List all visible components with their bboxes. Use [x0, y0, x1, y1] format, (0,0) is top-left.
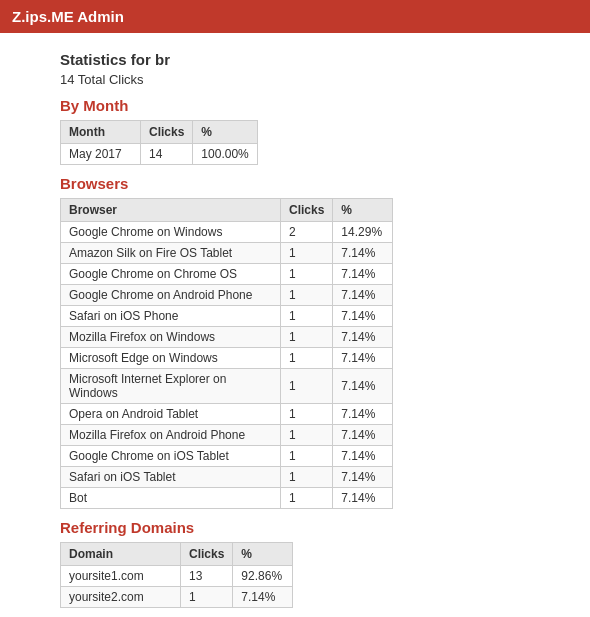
browsers-tbody: Google Chrome on Windows 2 14.29% Amazon… [61, 222, 393, 509]
browser-cell: Microsoft Internet Explorer on Windows [61, 369, 281, 404]
pct-cell: 100.00% [193, 144, 257, 165]
browser-clicks-col-header: Clicks [281, 199, 333, 222]
browser-pct-col-header: % [333, 199, 393, 222]
clicks-col-header: Clicks [141, 121, 193, 144]
clicks-cell: 13 [181, 566, 233, 587]
domain-col-header: Domain [61, 543, 181, 566]
app-title: Z.ips.ME Admin [12, 8, 124, 25]
stats-label: Statistics for [60, 51, 151, 68]
clicks-cell: 1 [281, 446, 333, 467]
table-row: Opera on Android Tablet 1 7.14% [61, 404, 393, 425]
pct-cell: 7.14% [333, 348, 393, 369]
table-row: Google Chrome on Android Phone 1 7.14% [61, 285, 393, 306]
browsers-heading: Browsers [60, 175, 570, 192]
pct-cell: 14.29% [333, 222, 393, 243]
month-col-header: Month [61, 121, 141, 144]
table-row: yoursite2.com 1 7.14% [61, 587, 293, 608]
table-row: Amazon Silk on Fire OS Tablet 1 7.14% [61, 243, 393, 264]
table-row: Google Chrome on iOS Tablet 1 7.14% [61, 446, 393, 467]
referring-tbody: yoursite1.com 13 92.86% yoursite2.com 1 … [61, 566, 293, 608]
domain-cell: yoursite2.com [61, 587, 181, 608]
pct-cell: 7.14% [233, 587, 293, 608]
pct-cell: 7.14% [333, 446, 393, 467]
browser-cell: Safari on iOS Tablet [61, 467, 281, 488]
table-row: yoursite1.com 13 92.86% [61, 566, 293, 587]
clicks-cell: 1 [281, 369, 333, 404]
browser-cell: Mozilla Firefox on Android Phone [61, 425, 281, 446]
by-month-table: Month Clicks % May 2017 14 100.00% [60, 120, 258, 165]
clicks-cell: 1 [181, 587, 233, 608]
browser-col-header: Browser [61, 199, 281, 222]
pct-cell: 7.14% [333, 327, 393, 348]
referring-domains-table: Domain Clicks % yoursite1.com 13 92.86% … [60, 542, 293, 608]
browser-cell: Microsoft Edge on Windows [61, 348, 281, 369]
clicks-cell: 1 [281, 348, 333, 369]
by-month-tbody: May 2017 14 100.00% [61, 144, 258, 165]
stats-title: Statistics for br [60, 51, 570, 68]
clicks-cell: 1 [281, 404, 333, 425]
browser-cell: Google Chrome on Windows [61, 222, 281, 243]
table-row: May 2017 14 100.00% [61, 144, 258, 165]
pct-cell: 7.14% [333, 467, 393, 488]
clicks-cell: 1 [281, 243, 333, 264]
browser-cell: Safari on iOS Phone [61, 306, 281, 327]
clicks-cell: 1 [281, 488, 333, 509]
clicks-cell: 1 [281, 306, 333, 327]
domain-clicks-col-header: Clicks [181, 543, 233, 566]
table-row: Safari on iOS Tablet 1 7.14% [61, 467, 393, 488]
clicks-cell: 2 [281, 222, 333, 243]
table-row: Safari on iOS Phone 1 7.14% [61, 306, 393, 327]
table-row: Microsoft Internet Explorer on Windows 1… [61, 369, 393, 404]
pct-cell: 7.14% [333, 243, 393, 264]
browsers-table: Browser Clicks % Google Chrome on Window… [60, 198, 393, 509]
browser-cell: Mozilla Firefox on Windows [61, 327, 281, 348]
month-cell: May 2017 [61, 144, 141, 165]
table-row: Google Chrome on Chrome OS 1 7.14% [61, 264, 393, 285]
browser-cell: Google Chrome on Android Phone [61, 285, 281, 306]
table-row: Bot 1 7.14% [61, 488, 393, 509]
stats-code: br [155, 51, 170, 68]
domain-cell: yoursite1.com [61, 566, 181, 587]
pct-cell: 7.14% [333, 264, 393, 285]
pct-cell: 7.14% [333, 404, 393, 425]
pct-cell: 7.14% [333, 306, 393, 327]
table-row: Google Chrome on Windows 2 14.29% [61, 222, 393, 243]
pct-cell: 7.14% [333, 369, 393, 404]
table-row: Mozilla Firefox on Windows 1 7.14% [61, 327, 393, 348]
table-row: Microsoft Edge on Windows 1 7.14% [61, 348, 393, 369]
browser-cell: Google Chrome on Chrome OS [61, 264, 281, 285]
clicks-cell: 1 [281, 264, 333, 285]
browser-cell: Opera on Android Tablet [61, 404, 281, 425]
pct-col-header: % [193, 121, 257, 144]
pct-cell: 7.14% [333, 425, 393, 446]
domain-pct-col-header: % [233, 543, 293, 566]
clicks-cell: 1 [281, 285, 333, 306]
clicks-cell: 1 [281, 425, 333, 446]
clicks-cell: 14 [141, 144, 193, 165]
clicks-cell: 1 [281, 327, 333, 348]
table-row: Mozilla Firefox on Android Phone 1 7.14% [61, 425, 393, 446]
browser-cell: Amazon Silk on Fire OS Tablet [61, 243, 281, 264]
browser-cell: Bot [61, 488, 281, 509]
pct-cell: 92.86% [233, 566, 293, 587]
pct-cell: 7.14% [333, 488, 393, 509]
by-month-heading: By Month [60, 97, 570, 114]
browser-cell: Google Chrome on iOS Tablet [61, 446, 281, 467]
referring-domains-heading: Referring Domains [60, 519, 570, 536]
main-content: Statistics for br 14 Total Clicks By Mon… [0, 33, 590, 617]
app-header: Z.ips.ME Admin [0, 0, 590, 33]
total-clicks: 14 Total Clicks [60, 72, 570, 87]
pct-cell: 7.14% [333, 285, 393, 306]
clicks-cell: 1 [281, 467, 333, 488]
